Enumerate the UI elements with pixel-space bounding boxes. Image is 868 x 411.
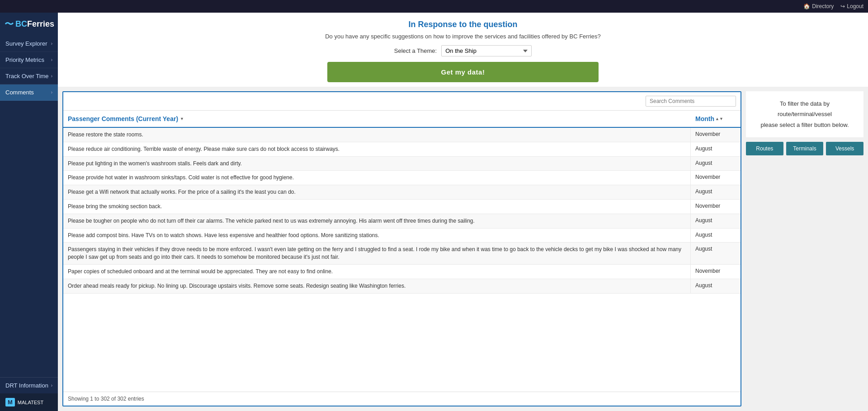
logout-link[interactable]: ↪ Logout (840, 3, 863, 9)
table-toolbar (63, 92, 741, 111)
logo-wave: 〜 (5, 18, 14, 30)
page-header: In Response to the question Do you have … (58, 13, 868, 87)
sort-icon-comment: ▼ (180, 117, 184, 121)
filter-buttons: Routes Terminals Vessels (746, 142, 863, 155)
directory-link[interactable]: 🏠 Directory (803, 3, 834, 9)
sidebar-item-survey-explorer[interactable]: Survey Explorer › (0, 36, 58, 52)
cell-comment: Please reduce air conditioning. Terrible… (63, 142, 691, 156)
theme-select[interactable]: On the Ship Food & Beverage Staff & Serv… (441, 45, 532, 56)
cell-month: August (691, 185, 741, 198)
main-body: Passenger Comments (Current Year) ▼ Mont… (58, 87, 868, 411)
table-row: Please add compost bins. Have TVs on to … (63, 229, 741, 243)
cell-month: November (691, 265, 741, 277)
page-title: In Response to the question (67, 20, 859, 29)
malatest-label: MALATEST (18, 400, 43, 405)
filter-panel: To filter the data by route/terminal/ves… (746, 91, 863, 406)
table-row: Please restore the state rooms. November (63, 128, 741, 142)
nav-label: Priority Metrics (5, 56, 44, 63)
footer-text: Showing 1 to 302 of 302 entries (68, 396, 144, 402)
sidebar-item-priority-metrics[interactable]: Priority Metrics › (0, 52, 58, 68)
chevron-right-icon: › (51, 90, 52, 95)
sidebar-item-track-over-time[interactable]: Track Over Time › (0, 68, 58, 84)
nav-label: Comments (5, 89, 34, 96)
cell-comment: Passengers staying in their vehicles if … (63, 243, 691, 264)
cell-month: November (691, 128, 741, 140)
theme-label: Select a Theme: (394, 47, 437, 54)
column-header-month: Month ▲▼ (691, 113, 741, 124)
nav-label: DRT Information (5, 382, 48, 389)
comments-table-section: Passenger Comments (Current Year) ▼ Mont… (62, 91, 741, 406)
filter-text-line2: please select a filter button below. (760, 121, 849, 128)
cell-month: August (691, 142, 741, 155)
theme-selector: Select a Theme: On the Ship Food & Bever… (67, 45, 859, 56)
filter-text-line1: To filter the data by route/terminal/ves… (778, 100, 832, 117)
cell-month: August (691, 157, 741, 169)
table-row: Please put lighting in the women's washr… (63, 157, 741, 171)
home-icon: 🏠 (803, 3, 810, 9)
sidebar-item-comments[interactable]: Comments › (0, 84, 58, 101)
table-footer: Showing 1 to 302 of 302 entries (63, 392, 741, 406)
cell-comment: Please provide hot water in washroom sin… (63, 171, 691, 185)
cell-comment: Paper copies of scheduled onboard and at… (63, 265, 691, 279)
logo: 〜 BCFerries (5, 18, 53, 30)
malatest-icon: M (5, 398, 15, 406)
table-row: Please provide hot water in washroom sin… (63, 171, 741, 185)
malatest-logo: M MALATEST (0, 393, 58, 411)
table-row: Paper copies of scheduled onboard and at… (63, 265, 741, 279)
logo-area: 〜 BCFerries (0, 13, 58, 36)
sidebar: 〜 BCFerries Survey Explorer › Priority M… (0, 13, 58, 411)
table-row: Please reduce air conditioning. Terrible… (63, 142, 741, 157)
cell-month: August (691, 243, 741, 255)
table-body: Please restore the state rooms. November… (63, 128, 741, 392)
column-header-comment: Passenger Comments (Current Year) ▼ (63, 113, 691, 124)
table-row: Please get a Wifi network that actually … (63, 185, 741, 200)
table-row: Please be tougher on people who do not t… (63, 214, 741, 229)
table-row: Please bring the smoking section back. N… (63, 200, 741, 214)
cell-comment: Order ahead meals ready for pickup. No l… (63, 279, 691, 293)
cell-comment: Please get a Wifi network that actually … (63, 185, 691, 199)
nav-label: Survey Explorer (5, 40, 47, 47)
logout-icon: ↪ (840, 3, 845, 9)
logout-label: Logout (847, 3, 863, 9)
table-row: Order ahead meals ready for pickup. No l… (63, 279, 741, 294)
cell-comment: Please bring the smoking section back. (63, 200, 691, 214)
cell-comment: Please restore the state rooms. (63, 128, 691, 142)
cell-comment: Please add compost bins. Have TVs on to … (63, 229, 691, 243)
cell-month: November (691, 200, 741, 212)
sidebar-bottom: DRT Information › M MALATEST (0, 377, 58, 411)
chevron-right-icon: › (51, 57, 52, 62)
content-area: In Response to the question Do you have … (58, 13, 868, 411)
cell-comment: Please be tougher on people who do not t… (63, 214, 691, 228)
page-subtitle: Do you have any specific suggestions on … (67, 33, 859, 40)
chevron-right-icon: › (51, 383, 52, 388)
sort-icon-month: ▲▼ (715, 117, 723, 121)
cell-month: November (691, 171, 741, 183)
cell-month: August (691, 214, 741, 227)
get-data-button[interactable]: Get my data! (327, 62, 599, 82)
sidebar-item-drt-information[interactable]: DRT Information › (0, 378, 58, 393)
search-input[interactable] (646, 96, 736, 107)
cell-month: August (691, 279, 741, 292)
table-header: Passenger Comments (Current Year) ▼ Mont… (63, 111, 741, 128)
filter-description: To filter the data by route/terminal/ves… (746, 91, 863, 137)
main-layout: 〜 BCFerries Survey Explorer › Priority M… (0, 13, 868, 411)
directory-label: Directory (812, 3, 834, 9)
cell-month: August (691, 229, 741, 241)
routes-button[interactable]: Routes (746, 142, 783, 155)
terminals-button[interactable]: Terminals (786, 142, 824, 155)
chevron-right-icon: › (51, 74, 52, 79)
nav-label: Track Over Time (5, 73, 49, 79)
vessels-button[interactable]: Vessels (826, 142, 863, 155)
cell-comment: Please put lighting in the women's washr… (63, 157, 691, 171)
chevron-right-icon: › (51, 41, 52, 46)
table-row: Passengers staying in their vehicles if … (63, 243, 741, 265)
top-bar: 🏠 Directory ↪ Logout (0, 0, 868, 13)
